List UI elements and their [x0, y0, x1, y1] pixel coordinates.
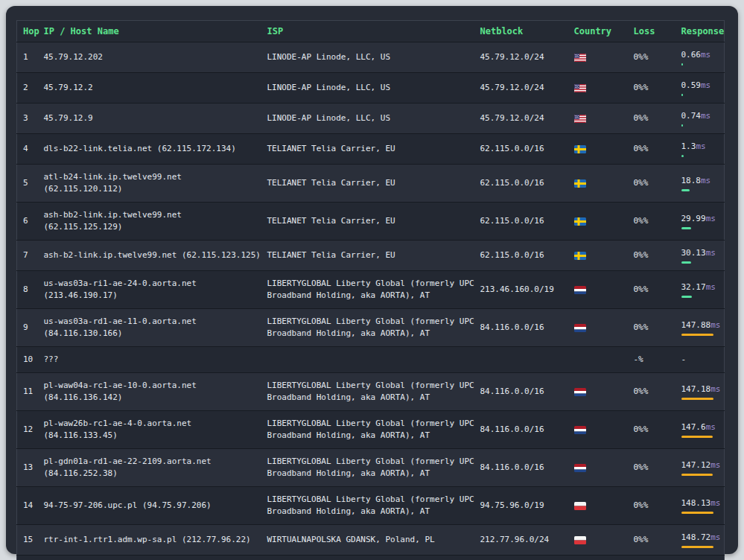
response-bar: [681, 296, 692, 298]
response-value: 30.13: [681, 248, 706, 258]
response-unit: ms: [701, 111, 710, 121]
loss-value: 0%%: [634, 104, 681, 134]
flag-nl-icon: [574, 388, 586, 396]
loss-value: 0%%: [634, 411, 681, 449]
response-bar: [681, 546, 713, 548]
host-name: us-was03a-ri1-ae-24-0.aorta.net (213.46.…: [44, 271, 267, 309]
isp-name: TELIANET Telia Carrier, EU: [267, 241, 480, 271]
table-row: 8 us-was03a-ri1-ae-24-0.aorta.net (213.4…: [17, 271, 725, 309]
response-cell: 147.12ms: [681, 449, 725, 487]
isp-name: LINODE-AP Linode, LLC, US: [267, 73, 480, 104]
response-bar: [681, 124, 683, 127]
response-bar: [681, 63, 683, 66]
host-name: ash-b2-link.ip.twelve99.net (62.115.123.…: [44, 241, 267, 271]
response-value: 148.13: [681, 498, 711, 508]
response-unit: ms: [710, 460, 720, 470]
country-cell: [574, 556, 634, 560]
flag-nl-icon: [574, 464, 586, 472]
hop-number: 13: [17, 449, 44, 487]
host-name: 45.79.12.202: [44, 42, 267, 73]
country-cell: [574, 134, 634, 165]
response-cell: 148.72ms: [681, 525, 725, 556]
column-header-country: Country: [574, 21, 634, 42]
netblock-value: 62.115.0.0/16: [480, 203, 574, 241]
flag-se-icon: [574, 252, 586, 260]
table-row: 6 ash-bb2-link.ip.twelve99.net (62.115.1…: [17, 203, 725, 241]
loss-value: 0%%: [634, 487, 681, 525]
netblock-value: 84.116.0.0/16: [480, 373, 574, 411]
isp-name: LIBERTYGLOBAL Liberty Global (formerly U…: [267, 309, 480, 347]
response-unit: ms: [701, 80, 710, 90]
table-row: 12 pl-waw26b-rc1-ae-4-0.aorta.net (84.11…: [17, 411, 725, 449]
country-cell: [574, 373, 634, 411]
host-name: 94-75-97-206.upc.pl (94.75.97.206): [44, 487, 267, 525]
column-header-response: Response: [681, 21, 725, 42]
country-cell: [574, 104, 634, 134]
hop-number: 1: [17, 42, 44, 73]
country-cell: [574, 449, 634, 487]
traceroute-table: Hop IP / Host Name ISP Netblock Country …: [16, 20, 725, 560]
traceroute-results-card: Hop IP / Host Name ISP Netblock Country …: [6, 6, 738, 554]
hop-number: 14: [17, 487, 44, 525]
response-unit: ms: [706, 422, 716, 432]
response-bar: [681, 436, 713, 438]
country-cell: [574, 487, 634, 525]
response-cell: 32.17ms: [681, 271, 725, 309]
column-header-hop: Hop: [17, 21, 44, 42]
response-unit: ms: [701, 50, 710, 60]
country-cell: [574, 411, 634, 449]
response-value: 29.99: [681, 214, 706, 223]
isp-name: TELIANET Telia Carrier, EU: [267, 203, 480, 241]
column-header-netblock: Netblock: [480, 21, 574, 42]
response-cell: 29.99ms: [681, 203, 725, 241]
response-value: 147.88: [681, 320, 711, 330]
hop-number: 4: [17, 134, 44, 165]
host-name: atl-b24-link.ip.twelve99.net (62.115.120…: [44, 165, 267, 203]
netblock-value: 45.79.12.0/24: [480, 42, 574, 73]
host-name: 45.79.12.9: [44, 104, 267, 134]
isp-name: TELIANET Telia Carrier, EU: [267, 165, 480, 203]
flag-nl-icon: [574, 324, 586, 332]
table-row: 1 45.79.12.202 LINODE-AP Linode, LLC, US…: [17, 42, 725, 73]
column-header-loss: Loss: [634, 21, 681, 42]
hop-number: 2: [17, 73, 44, 104]
response-bar: [681, 261, 691, 264]
column-header-isp: ISP: [267, 21, 480, 42]
response-cell: 147.08ms: [681, 556, 725, 560]
netblock-value: 212.77.98.0/24: [480, 556, 574, 560]
host-name: us-was03a-rd1-ae-11-0.aorta.net (84.116.…: [44, 309, 267, 347]
response-unit: ms: [696, 141, 705, 151]
host-name: rtr-int-1.rtr1.adm.wp-sa.pl (212.77.96.2…: [44, 525, 267, 556]
flag-nl-icon: [574, 286, 586, 294]
table-row: 9 us-was03a-rd1-ae-11-0.aorta.net (84.11…: [17, 309, 725, 347]
isp-name: LINODE-AP Linode, LLC, US: [267, 42, 480, 73]
loss-value: 0%%: [634, 309, 681, 347]
response-unit: ms: [706, 282, 716, 292]
netblock-value: 84.116.0.0/16: [480, 309, 574, 347]
loss-value: 0%%: [634, 373, 681, 411]
host-name: pl-waw26b-rc1-ae-4-0.aorta.net (84.116.1…: [44, 411, 267, 449]
response-value: 32.17: [681, 282, 706, 292]
isp-name: LIBERTYGLOBAL Liberty Global (formerly U…: [267, 373, 480, 411]
response-cell: 147.88ms: [681, 309, 725, 347]
response-cell: 148.13ms: [681, 487, 725, 525]
response-bar: [681, 474, 713, 476]
netblock-value: 62.115.0.0/16: [480, 165, 574, 203]
response-cell: 18.8ms: [681, 165, 725, 203]
loss-value: 0%%: [634, 271, 681, 309]
host-name: ash-bb2-link.ip.twelve99.net (62.115.125…: [44, 203, 267, 241]
country-cell: [574, 241, 634, 271]
response-cell: 30.13ms: [681, 241, 725, 271]
response-bar: [681, 94, 683, 96]
response-cell: 0.59ms: [681, 73, 725, 104]
hop-number: 11: [17, 373, 44, 411]
response-value: 147.6: [681, 422, 706, 432]
flag-se-icon: [574, 179, 586, 188]
hop-number: 7: [17, 241, 44, 271]
response-unit: ms: [706, 214, 716, 223]
table-row: 2 45.79.12.2 LINODE-AP Linode, LLC, US 4…: [17, 73, 725, 104]
table-row: 10 ??? -% -: [17, 347, 725, 373]
netblock-value: 62.115.0.0/16: [480, 134, 574, 165]
country-cell: [574, 42, 634, 73]
flag-us-icon: [574, 115, 586, 123]
